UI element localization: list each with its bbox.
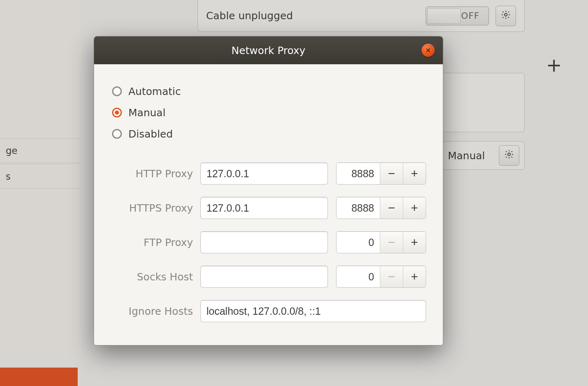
- https-proxy-host-input[interactable]: [200, 197, 328, 219]
- ftp-proxy-port-spin: − +: [336, 231, 426, 253]
- radio-label: Automatic: [128, 86, 181, 97]
- proxy-mode-radio-group: Automatic Manual Disabled: [112, 81, 425, 144]
- ftp-port-increment-button[interactable]: +: [403, 232, 426, 253]
- proxy-form: HTTP Proxy − + HTTPS Proxy − + FTP Proxy: [112, 163, 425, 322]
- http-proxy-port-input[interactable]: [337, 163, 380, 184]
- dialog-body: Automatic Manual Disabled HTTP Proxy − +: [94, 64, 443, 345]
- dialog-title: Network Proxy: [231, 45, 305, 56]
- radio-icon: [112, 108, 122, 117]
- socks-host-input[interactable]: [200, 266, 328, 288]
- https-proxy-port-input[interactable]: [337, 197, 380, 219]
- minus-icon: −: [388, 270, 395, 284]
- plus-icon: +: [411, 270, 418, 284]
- network-proxy-dialog: Network Proxy ✕ Automatic Manual Disable…: [94, 36, 443, 345]
- socks-port-increment-button[interactable]: +: [403, 266, 426, 287]
- radio-label: Manual: [128, 107, 166, 119]
- ftp-port-decrement-button[interactable]: −: [380, 232, 403, 253]
- http-proxy-host-input[interactable]: [200, 163, 328, 185]
- ignore-hosts-label: Ignore Hosts: [112, 305, 194, 317]
- radio-automatic[interactable]: Automatic: [112, 81, 425, 102]
- socks-port-spin: − +: [336, 266, 426, 288]
- radio-manual[interactable]: Manual: [112, 102, 425, 123]
- ftp-proxy-host-input[interactable]: [200, 231, 328, 253]
- http-proxy-port-spin: − +: [336, 163, 426, 185]
- radio-icon: [112, 129, 122, 139]
- http-port-increment-button[interactable]: +: [403, 163, 426, 184]
- radio-label: Disabled: [128, 128, 173, 140]
- radio-icon: [112, 86, 122, 96]
- minus-icon: −: [388, 167, 395, 181]
- radio-disabled[interactable]: Disabled: [112, 123, 425, 144]
- ftp-proxy-port-input[interactable]: [337, 232, 380, 253]
- http-port-decrement-button[interactable]: −: [380, 163, 403, 184]
- socks-port-decrement-button[interactable]: −: [380, 266, 403, 287]
- close-button[interactable]: ✕: [422, 44, 435, 57]
- dialog-titlebar[interactable]: Network Proxy ✕: [94, 36, 443, 64]
- minus-icon: −: [388, 235, 395, 249]
- http-proxy-label: HTTP Proxy: [112, 168, 194, 180]
- plus-icon: +: [411, 235, 418, 249]
- plus-icon: +: [411, 201, 418, 215]
- socks-port-input[interactable]: [337, 266, 380, 287]
- https-proxy-label: HTTPS Proxy: [112, 202, 194, 214]
- minus-icon: −: [388, 201, 395, 215]
- close-icon: ✕: [425, 46, 431, 54]
- https-port-increment-button[interactable]: +: [403, 197, 426, 219]
- ignore-hosts-input[interactable]: [200, 300, 426, 322]
- https-proxy-port-spin: − +: [336, 197, 426, 219]
- socks-host-label: Socks Host: [112, 271, 194, 283]
- https-port-decrement-button[interactable]: −: [380, 197, 403, 219]
- ftp-proxy-label: FTP Proxy: [112, 237, 194, 248]
- plus-icon: +: [411, 167, 418, 181]
